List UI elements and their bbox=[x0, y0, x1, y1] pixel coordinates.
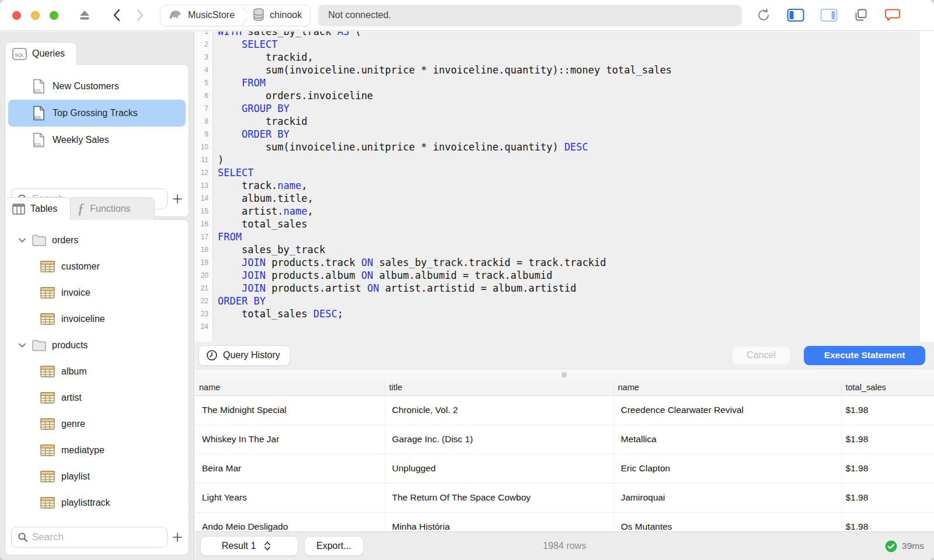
results-cell[interactable]: The Midnight Special bbox=[195, 396, 385, 425]
table-row-item[interactable]: customer bbox=[5, 253, 189, 279]
toggle-right-sidebar-icon[interactable] bbox=[820, 8, 838, 22]
editor-code[interactable]: WITH sales_by_track AS ( SELECT trackid,… bbox=[213, 32, 934, 342]
results-row[interactable]: Beira MarUnpluggedEric Clapton$1.98 bbox=[195, 454, 934, 483]
minimize-window-button[interactable] bbox=[31, 11, 40, 20]
code-line[interactable]: JOIN products.track ON sales_by_track.tr… bbox=[218, 256, 934, 269]
results-table: nametitlenametotal_sales The Midnight Sp… bbox=[195, 380, 934, 531]
saved-query-item[interactable]: SQLNew Customers bbox=[8, 73, 186, 100]
results-cell[interactable]: $1.98 bbox=[841, 396, 934, 425]
code-line[interactable]: artist.name, bbox=[218, 205, 934, 218]
code-line[interactable]: sum(invoiceline.unitprice * invoiceline.… bbox=[218, 141, 934, 153]
add-query-button[interactable] bbox=[172, 194, 183, 204]
table-row-item[interactable]: invoiceline bbox=[5, 306, 189, 332]
results-column-header[interactable]: title bbox=[385, 380, 614, 396]
code-line[interactable]: ORDER BY bbox=[218, 295, 934, 307]
chevron-down-icon[interactable] bbox=[18, 237, 26, 243]
results-row[interactable]: Light YearsThe Return Of The Space Cowbo… bbox=[195, 483, 934, 512]
breadcrumb-server[interactable]: MusicStore bbox=[168, 8, 235, 22]
code-line[interactable]: trackid, bbox=[218, 51, 934, 64]
code-line[interactable]: JOIN products.artist ON artist.artistid … bbox=[218, 282, 934, 295]
results-cell[interactable]: Chronicle, Vol. 2 bbox=[385, 396, 614, 425]
refresh-icon[interactable] bbox=[756, 8, 771, 23]
results-cell[interactable]: The Return Of The Space Cowboy bbox=[385, 483, 614, 512]
table-row-item[interactable]: album bbox=[5, 358, 189, 384]
code-line[interactable]: orders.invoiceline bbox=[218, 89, 934, 102]
tables-search-box[interactable] bbox=[11, 527, 168, 548]
execute-statement-button[interactable]: Execute Statement bbox=[804, 346, 925, 365]
saved-query-item[interactable]: SQLTop Grossing Tracks bbox=[8, 100, 186, 127]
table-row-item[interactable]: artist bbox=[5, 384, 189, 411]
results-cell[interactable]: Minha História bbox=[385, 512, 614, 531]
code-line[interactable]: album.title, bbox=[218, 192, 934, 205]
table-row-item[interactable]: invoice bbox=[5, 279, 189, 306]
tab-queries[interactable]: SQL Queries bbox=[5, 42, 77, 65]
sql-editor[interactable]: 123456789101112131415161718192021222324 … bbox=[195, 32, 934, 342]
results-cell[interactable]: Garage Inc. (Disc 1) bbox=[385, 425, 614, 454]
table-row-item[interactable]: playlist bbox=[5, 463, 189, 489]
code-line[interactable]: SELECT bbox=[218, 38, 934, 51]
results-cell[interactable]: Beira Mar bbox=[195, 454, 385, 483]
results-cell[interactable]: $1.98 bbox=[841, 425, 934, 454]
results-cell[interactable]: Os Mutantes bbox=[614, 512, 841, 531]
table-row-item[interactable]: playlisttrack bbox=[5, 489, 189, 516]
duplicate-window-icon[interactable] bbox=[853, 8, 869, 23]
results-cell[interactable]: Jamiroquai bbox=[614, 483, 841, 512]
zoom-window-button[interactable] bbox=[50, 11, 58, 20]
code-line[interactable]: SELECT bbox=[218, 166, 934, 179]
breadcrumb-database[interactable]: chinook bbox=[252, 8, 302, 23]
results-column-header[interactable]: name bbox=[195, 380, 385, 396]
code-line[interactable] bbox=[218, 320, 934, 333]
tab-functions[interactable]: ƒ Functions bbox=[68, 197, 154, 220]
results-column-header[interactable]: name bbox=[614, 380, 841, 396]
editor-scrollbar-track[interactable] bbox=[920, 32, 934, 342]
code-line[interactable]: FROM bbox=[218, 76, 934, 89]
schema-folder-row[interactable]: products bbox=[5, 332, 189, 358]
chevron-down-icon[interactable] bbox=[18, 342, 26, 348]
toggle-left-sidebar-icon[interactable] bbox=[787, 8, 804, 22]
results-cell[interactable]: Whiskey In The Jar bbox=[195, 425, 385, 454]
code-line[interactable]: track.name, bbox=[218, 179, 934, 192]
code-line[interactable]: FROM bbox=[218, 230, 934, 243]
code-line[interactable]: JOIN products.album ON album.albumid = t… bbox=[218, 269, 934, 282]
code-line[interactable]: ) bbox=[218, 153, 934, 166]
close-window-button[interactable] bbox=[12, 11, 21, 20]
results-splitter[interactable] bbox=[195, 369, 934, 380]
code-line[interactable]: GROUP BY bbox=[218, 102, 934, 115]
results-cell[interactable]: Metallica bbox=[614, 425, 841, 454]
table-row-item[interactable]: genre bbox=[5, 411, 189, 437]
results-cell[interactable]: Creedence Clearwater Revival bbox=[614, 396, 841, 425]
back-button[interactable] bbox=[113, 9, 121, 22]
export-button[interactable]: Export... bbox=[304, 536, 364, 556]
code-line[interactable]: WITH sales_by_track AS ( bbox=[218, 32, 934, 38]
results-row[interactable]: Whiskey In The JarGarage Inc. (Disc 1)Me… bbox=[195, 425, 934, 454]
saved-query-item[interactable]: SQLWeekly Sales bbox=[8, 127, 186, 153]
feedback-bubble-icon[interactable] bbox=[884, 8, 901, 23]
result-selector[interactable]: Result 1 bbox=[200, 536, 298, 556]
results-row[interactable]: Ando Meio DesligadoMinha HistóriaOs Muta… bbox=[195, 512, 934, 531]
query-history-button[interactable]: Query History bbox=[198, 345, 290, 366]
results-cell[interactable]: Light Years bbox=[195, 483, 385, 512]
code-line[interactable]: sum(invoiceline.unitprice * invoiceline.… bbox=[218, 64, 934, 76]
splitter-handle[interactable] bbox=[562, 372, 567, 377]
code-line[interactable]: ORDER BY bbox=[218, 128, 934, 141]
forward-button[interactable] bbox=[136, 9, 144, 22]
code-line[interactable]: total_sales DESC; bbox=[218, 307, 934, 320]
results-cell[interactable]: $1.98 bbox=[841, 454, 934, 483]
tab-tables[interactable]: Tables bbox=[5, 197, 71, 220]
results-row[interactable]: The Midnight SpecialChronicle, Vol. 2Cre… bbox=[195, 396, 934, 425]
results-cell[interactable]: Ando Meio Desligado bbox=[195, 512, 385, 531]
code-line[interactable]: sales_by_track bbox=[218, 243, 934, 256]
schema-folder-row[interactable]: orders bbox=[5, 227, 189, 253]
line-number: 3 bbox=[195, 51, 208, 64]
eject-disconnect-icon[interactable] bbox=[78, 9, 92, 22]
code-line[interactable]: total_sales bbox=[218, 218, 934, 230]
table-row-item[interactable]: mediatype bbox=[5, 437, 189, 463]
add-table-button[interactable] bbox=[172, 532, 183, 542]
code-line[interactable]: trackid bbox=[218, 115, 934, 128]
results-cell[interactable]: $1.98 bbox=[841, 512, 934, 531]
results-cell[interactable]: Unplugged bbox=[385, 454, 614, 483]
results-cell[interactable]: Eric Clapton bbox=[614, 454, 841, 483]
results-column-header[interactable]: total_sales bbox=[841, 380, 934, 396]
tables-search-input[interactable] bbox=[32, 531, 161, 543]
results-cell[interactable]: $1.98 bbox=[841, 483, 934, 512]
